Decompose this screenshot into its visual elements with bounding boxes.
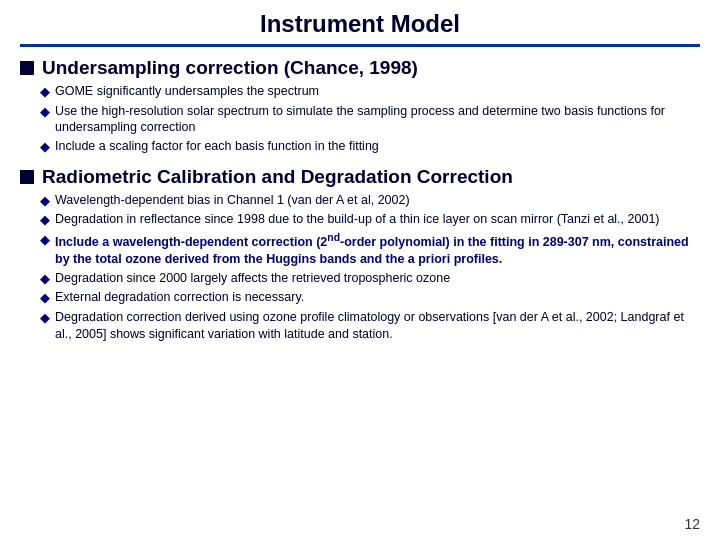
section-undersampling: Undersampling correction (Chance, 1998) … [20,57,700,158]
title-bar: Instrument Model [20,10,700,47]
bullet-text: Use the high-resolution solar spectrum t… [55,103,700,137]
diamond-icon: ◆ [40,270,50,288]
section1-square-icon [20,61,34,75]
slide: Instrument Model Undersampling correctio… [0,0,720,540]
bullet-text: Degradation correction derived using ozo… [55,309,700,343]
diamond-icon: ◆ [40,83,50,101]
section2-bullets: ◆ Wavelength-dependent bias in Channel 1… [20,192,700,343]
section-radiometric: Radiometric Calibration and Degradation … [20,166,700,345]
section2-square-icon [20,170,34,184]
section1-bullets: ◆ GOME significantly undersamples the sp… [20,83,700,156]
bullet-text: Degradation since 2000 largely affects t… [55,270,450,287]
section1-header: Undersampling correction (Chance, 1998) [20,57,700,79]
page-number: 12 [684,516,700,532]
diamond-icon: ◆ [40,103,50,121]
diamond-icon: ◆ [40,192,50,210]
list-item: ◆ Wavelength-dependent bias in Channel 1… [40,192,700,210]
section2-title: Radiometric Calibration and Degradation … [42,166,513,188]
bullet-text-bold: Include a wavelength-dependent correctio… [55,231,700,268]
list-item: ◆ External degradation correction is nec… [40,289,700,307]
bullet-text: Degradation in reflectance since 1998 du… [55,211,660,228]
section2-header: Radiometric Calibration and Degradation … [20,166,700,188]
diamond-icon: ◆ [40,211,50,229]
diamond-icon: ◆ [40,309,50,327]
list-item: ◆ Include a scaling factor for each basi… [40,138,700,156]
list-item: ◆ Degradation since 2000 largely affects… [40,270,700,288]
diamond-icon: ◆ [40,231,50,249]
list-item: ◆ Degradation in reflectance since 1998 … [40,211,700,229]
slide-title: Instrument Model [260,10,460,37]
list-item: ◆ Include a wavelength-dependent correct… [40,231,700,268]
diamond-icon: ◆ [40,289,50,307]
bullet-text: External degradation correction is neces… [55,289,304,306]
list-item: ◆ Degradation correction derived using o… [40,309,700,343]
list-item: ◆ GOME significantly undersamples the sp… [40,83,700,101]
bullet-text: GOME significantly undersamples the spec… [55,83,319,100]
bullet-text: Wavelength-dependent bias in Channel 1 (… [55,192,410,209]
diamond-icon: ◆ [40,138,50,156]
section1-title: Undersampling correction (Chance, 1998) [42,57,418,79]
bullet-text: Include a scaling factor for each basis … [55,138,379,155]
list-item: ◆ Use the high-resolution solar spectrum… [40,103,700,137]
